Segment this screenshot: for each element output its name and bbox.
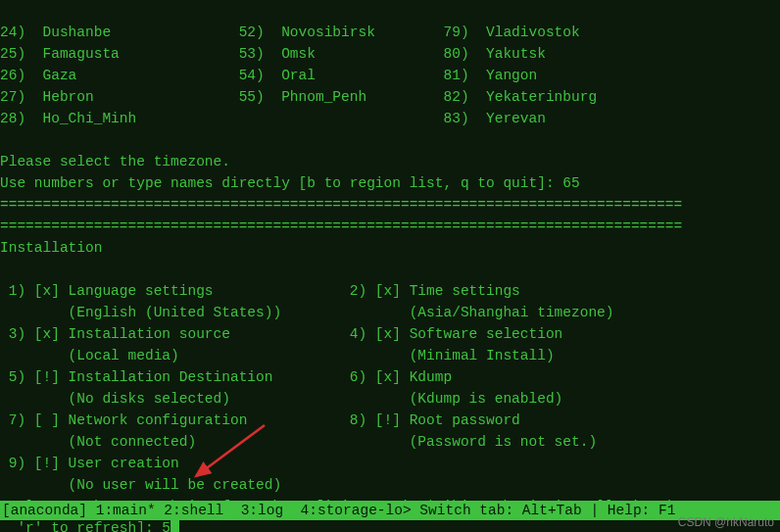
divider-line: ========================================… xyxy=(0,197,682,213)
terminal-output: 24) Dushanbe 52) Novosibirsk 79) Vladivo… xyxy=(0,0,780,532)
section-title: Installation xyxy=(0,240,102,256)
tz-prompt-text: Please select the timezone. xyxy=(0,154,230,169)
watermark-text: CSDN @hkNaruto xyxy=(678,511,774,532)
cursor-icon xyxy=(171,518,179,532)
choice-input-value[interactable]: 5 xyxy=(162,520,171,532)
tz-prompt-input-line: Use numbers or type names directly [b to… xyxy=(0,175,580,191)
tmux-status-bar: [anaconda] 1:main* 2:shell 3:log 4:stora… xyxy=(0,501,780,520)
tz-input-value[interactable]: 65 xyxy=(562,175,579,191)
divider-line: ========================================… xyxy=(0,218,682,234)
